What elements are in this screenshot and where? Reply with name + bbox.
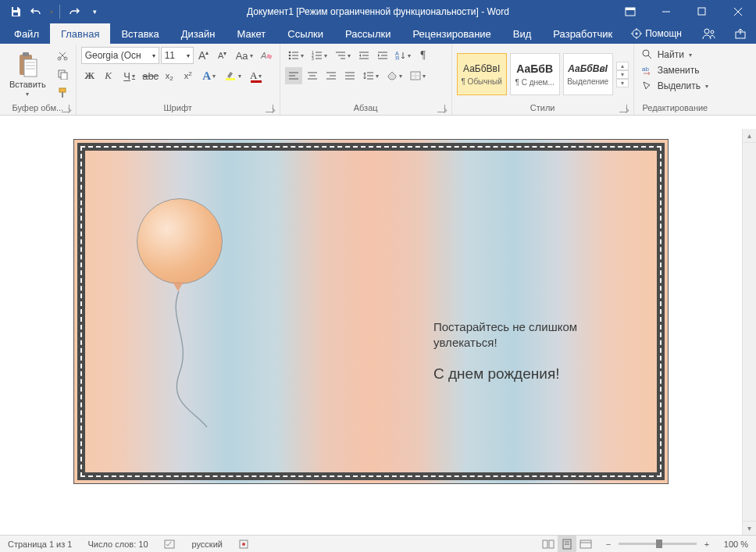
undo-dropdown[interactable]: [47, 2, 55, 21]
tab-file[interactable]: Файл: [3, 23, 50, 44]
tab-view[interactable]: Вид: [502, 23, 543, 44]
svg-rect-3: [626, 8, 635, 10]
tab-design[interactable]: Дизайн: [170, 23, 226, 44]
close-button[interactable]: [720, 0, 756, 23]
vertical-scrollbar[interactable]: ▴ ▾: [742, 129, 756, 535]
format-painter-button[interactable]: [54, 84, 71, 101]
font-name-combo[interactable]: Georgia (Осн▾: [81, 47, 159, 64]
align-left-button[interactable]: [285, 67, 302, 84]
share-button[interactable]: [725, 23, 756, 44]
tab-references[interactable]: Ссылки: [276, 23, 334, 44]
bold-button[interactable]: Ж: [81, 67, 98, 84]
sort-button[interactable]: AЯ: [393, 47, 413, 64]
zoom-out-button[interactable]: −: [603, 540, 614, 549]
save-button[interactable]: [6, 2, 25, 21]
zoom-in-button[interactable]: +: [701, 540, 712, 549]
tab-insert[interactable]: Вставка: [110, 23, 169, 44]
zoom-slider[interactable]: [619, 543, 697, 545]
clipboard-launcher[interactable]: [62, 105, 70, 112]
maximize-button[interactable]: [684, 0, 720, 23]
line-spacing-button[interactable]: [360, 67, 382, 84]
tell-me-button[interactable]: Помощн: [623, 23, 690, 44]
grow-font-button[interactable]: A▴: [195, 47, 212, 64]
svg-text:A: A: [260, 51, 266, 60]
svg-point-12: [704, 29, 709, 34]
font-launcher[interactable]: [266, 105, 273, 112]
align-right-button[interactable]: [323, 67, 340, 84]
multilevel-list-button[interactable]: [332, 47, 354, 64]
tab-developer[interactable]: Разработчик: [542, 23, 623, 44]
undo-button[interactable]: [27, 2, 45, 21]
decrease-indent-button[interactable]: [355, 47, 373, 64]
document-canvas[interactable]: Постарайтесь не слишком увлекаться! С дн…: [0, 129, 742, 535]
page[interactable]: Постарайтесь не слишком увлекаться! С дн…: [74, 140, 668, 483]
svg-point-7: [636, 33, 638, 35]
zoom-level[interactable]: 100 %: [717, 540, 748, 549]
spell-check-button[interactable]: [156, 536, 184, 552]
superscript-button[interactable]: x2: [180, 67, 197, 84]
read-mode-button[interactable]: [539, 536, 558, 552]
minimize-button[interactable]: [648, 0, 684, 23]
underline-button[interactable]: Ч: [119, 67, 141, 84]
find-button[interactable]: Найти▾: [639, 47, 695, 62]
styles-launcher[interactable]: [619, 105, 627, 112]
style-emphasis[interactable]: АаБбВвІ Выделение: [563, 53, 613, 95]
change-case-button[interactable]: Aa: [233, 47, 256, 64]
ribbon-tabs: Файл Главная Вставка Дизайн Макет Ссылки…: [0, 23, 756, 44]
print-layout-button[interactable]: [558, 536, 576, 552]
status-bar: Страница 1 из 1 Число слов: 10 русский −…: [0, 535, 756, 552]
font-size-combo[interactable]: 11▾: [161, 47, 194, 64]
redo-button[interactable]: [65, 2, 84, 21]
bullets-button[interactable]: [285, 47, 307, 64]
numbering-button[interactable]: 123: [308, 47, 330, 64]
account-button[interactable]: [694, 23, 725, 44]
justify-button[interactable]: [341, 67, 358, 84]
clear-formatting-button[interactable]: A: [258, 47, 275, 64]
tagline-text[interactable]: Постарайтесь не слишком увлекаться!: [433, 319, 629, 351]
italic-button[interactable]: К: [100, 67, 117, 84]
highlight-button[interactable]: [222, 67, 244, 84]
qat-customize-button[interactable]: ▾: [85, 2, 104, 21]
tab-review[interactable]: Рецензирование: [401, 23, 501, 44]
balloon-shape[interactable]: [137, 198, 223, 284]
select-button[interactable]: Выделить▾: [639, 78, 711, 94]
group-font: Georgia (Осн▾ 11▾ A▴ A▾ Aa A Ж К Ч abc x…: [77, 44, 280, 115]
increase-indent-button[interactable]: [374, 47, 391, 64]
web-layout-button[interactable]: [576, 536, 595, 552]
style-birthday[interactable]: АаБбВ ¶ С днем...: [510, 53, 560, 95]
shrink-font-button[interactable]: A▾: [214, 47, 231, 64]
svg-point-30: [288, 52, 291, 54]
card-text[interactable]: Постарайтесь не слишком увлекаться! С дн…: [433, 319, 629, 383]
tab-layout[interactable]: Макет: [226, 23, 276, 44]
tab-mailings[interactable]: Рассылки: [334, 23, 401, 44]
copy-button[interactable]: [54, 66, 71, 83]
shading-button[interactable]: [383, 67, 405, 84]
headline-text[interactable]: С днем рождения!: [433, 365, 629, 383]
tab-home[interactable]: Главная: [50, 23, 110, 44]
page-indicator[interactable]: Страница 1 из 1: [0, 536, 80, 552]
svg-text:ab: ab: [642, 66, 649, 73]
replace-button[interactable]: ab Заменить: [639, 62, 703, 78]
cut-button[interactable]: [54, 47, 71, 64]
font-color-button[interactable]: A: [245, 67, 267, 84]
macro-button[interactable]: [230, 536, 257, 552]
borders-button[interactable]: [407, 67, 429, 84]
text-effects-button[interactable]: A: [198, 67, 220, 84]
language-indicator[interactable]: русский: [184, 536, 230, 552]
ribbon-display-options-button[interactable]: [612, 0, 648, 23]
styles-more[interactable]: ▴▾▾: [616, 62, 629, 87]
subscript-button[interactable]: x2: [161, 67, 178, 84]
quick-access-toolbar: ▾: [0, 2, 110, 21]
svg-rect-0: [13, 7, 17, 10]
para-launcher[interactable]: [437, 105, 445, 112]
word-count[interactable]: Число слов: 10: [80, 536, 155, 552]
style-normal[interactable]: АаБбВвІ ¶ Обычный: [457, 53, 507, 95]
paste-button[interactable]: Вставить ▾: [5, 50, 51, 99]
strike-button[interactable]: abc: [142, 67, 159, 84]
align-center-button[interactable]: [304, 67, 321, 84]
scroll-down-button[interactable]: ▾: [743, 521, 756, 535]
scroll-up-button[interactable]: ▴: [743, 129, 756, 143]
svg-text:Я: Я: [395, 55, 399, 60]
show-marks-button[interactable]: ¶: [415, 47, 432, 64]
group-editing: Найти▾ ab Заменить Выделить▾ Редактирова…: [634, 44, 716, 115]
